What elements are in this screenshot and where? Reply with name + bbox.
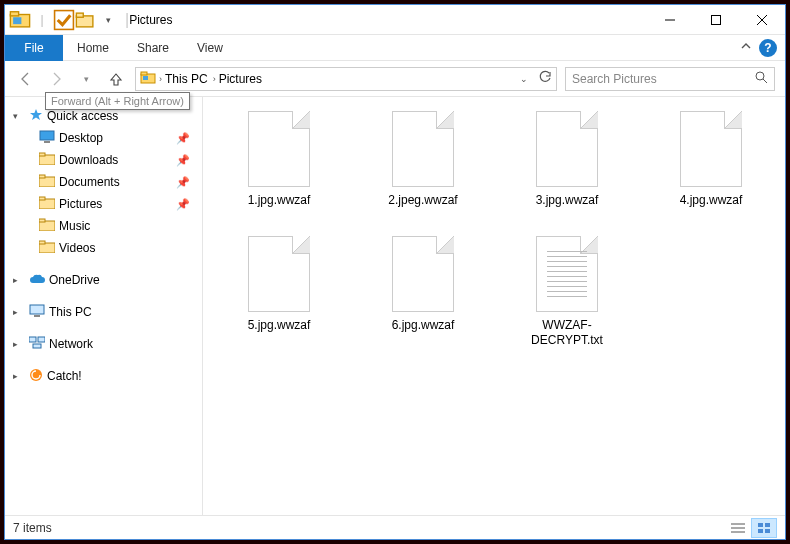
file-icon	[392, 236, 454, 312]
svg-rect-39	[765, 529, 770, 533]
file-item[interactable]: WWZAF-DECRYPT.txt	[519, 236, 615, 348]
network-icon	[29, 336, 45, 352]
sidebar-item-music[interactable]: Music	[5, 215, 202, 237]
file-icon	[680, 111, 742, 187]
chevron-right-icon[interactable]: ▸	[13, 371, 25, 381]
crumb-this-pc[interactable]: This PC	[165, 72, 208, 86]
svg-rect-36	[758, 523, 763, 527]
file-name: 1.jpg.wwzaf	[248, 193, 311, 208]
view-details-button[interactable]	[725, 518, 751, 538]
file-name: 4.jpg.wwzaf	[680, 193, 743, 208]
sidebar-item-label: Music	[59, 219, 90, 233]
up-button[interactable]	[105, 68, 127, 90]
file-tab[interactable]: File	[5, 35, 63, 61]
tab-share[interactable]: Share	[123, 41, 183, 55]
downloads-icon	[39, 152, 55, 168]
sidebar-item-label: Downloads	[59, 153, 118, 167]
refresh-icon[interactable]	[538, 70, 552, 87]
ribbon-collapse-icon[interactable]	[741, 41, 751, 55]
pin-icon: 📌	[176, 132, 190, 145]
address-bar-row: Forward (Alt + Right Arrow) ▾ › This PC›…	[5, 61, 785, 97]
file-name: 2.jpeg.wwzaf	[388, 193, 457, 208]
sidebar-item-videos[interactable]: Videos	[5, 237, 202, 259]
address-dropdown-icon[interactable]: ⌄	[520, 74, 528, 84]
chevron-right-icon[interactable]: ▸	[13, 275, 25, 285]
svg-rect-1	[10, 11, 18, 15]
back-button[interactable]	[15, 68, 37, 90]
svg-rect-28	[34, 315, 40, 317]
qat-dropdown-icon[interactable]: ▾	[97, 9, 119, 31]
navigation-pane: ▾ Quick access Desktop 📌 Downloads 📌 Doc…	[5, 97, 203, 515]
properties-icon[interactable]	[53, 9, 75, 31]
window-title: Pictures	[129, 13, 172, 27]
svg-rect-38	[758, 529, 763, 533]
address-bar[interactable]: › This PC› Pictures ⌄	[135, 67, 557, 91]
chevron-right-icon[interactable]: ›	[156, 74, 165, 84]
minimize-button[interactable]	[647, 5, 693, 35]
svg-rect-22	[39, 197, 45, 200]
music-icon	[39, 218, 55, 234]
tab-home[interactable]: Home	[63, 41, 123, 55]
close-button[interactable]	[739, 5, 785, 35]
sidebar-item-label: Catch!	[47, 369, 82, 383]
search-icon[interactable]	[755, 71, 768, 87]
svg-rect-27	[30, 305, 44, 314]
file-name: 5.jpg.wwzaf	[248, 318, 311, 333]
pin-icon: 📌	[176, 176, 190, 189]
file-item[interactable]: 5.jpg.wwzaf	[231, 236, 327, 348]
svg-rect-30	[38, 337, 45, 342]
file-item[interactable]: 6.jpg.wwzaf	[375, 236, 471, 348]
quick-access-label: Quick access	[47, 109, 118, 123]
sidebar-item-this-pc[interactable]: ▸ This PC	[5, 301, 202, 323]
file-icon	[536, 236, 598, 312]
onedrive-icon	[29, 273, 45, 288]
qat-divider: |	[31, 9, 53, 31]
new-folder-icon[interactable]	[75, 9, 97, 31]
svg-rect-7	[712, 15, 721, 24]
catch-icon	[29, 368, 43, 385]
pictures-icon	[39, 196, 55, 212]
svg-rect-26	[39, 241, 45, 244]
address-folder-icon	[140, 70, 156, 87]
file-item[interactable]: 1.jpg.wwzaf	[231, 111, 327, 208]
chevron-right-icon[interactable]: ▸	[13, 339, 25, 349]
svg-point-13	[756, 72, 764, 80]
maximize-button[interactable]	[693, 5, 739, 35]
desktop-icon	[39, 130, 55, 146]
sidebar-item-onedrive[interactable]: ▸ OneDrive	[5, 269, 202, 291]
chevron-right-icon[interactable]: ▸	[13, 307, 25, 317]
tab-view[interactable]: View	[183, 41, 237, 55]
svg-rect-24	[39, 219, 45, 222]
sidebar-item-documents[interactable]: Documents 📌	[5, 171, 202, 193]
view-icons-button[interactable]	[751, 518, 777, 538]
crumb-pictures[interactable]: Pictures	[219, 72, 262, 86]
forward-button[interactable]: Forward (Alt + Right Arrow)	[45, 68, 67, 90]
recent-dropdown-icon[interactable]: ▾	[75, 68, 97, 90]
file-item[interactable]: 2.jpeg.wwzaf	[375, 111, 471, 208]
file-item[interactable]: 4.jpg.wwzaf	[663, 111, 759, 208]
sidebar-item-network[interactable]: ▸ Network	[5, 333, 202, 355]
file-list[interactable]: 1.jpg.wwzaf 2.jpeg.wwzaf 3.jpg.wwzaf 4.j…	[203, 97, 785, 515]
sidebar-item-label: This PC	[49, 305, 92, 319]
ribbon: File Home Share View ?	[5, 35, 785, 61]
help-icon[interactable]: ?	[759, 39, 777, 57]
chevron-right-icon[interactable]: ›	[210, 74, 219, 84]
sidebar-item-catch-[interactable]: ▸ Catch!	[5, 365, 202, 387]
svg-rect-2	[13, 17, 21, 24]
file-name: 6.jpg.wwzaf	[392, 318, 455, 333]
sidebar-item-downloads[interactable]: Downloads 📌	[5, 149, 202, 171]
explorer-window: | ▾ | Pictures File Home Share View ?	[4, 4, 786, 540]
quick-access-toolbar: | ▾	[5, 9, 119, 31]
sidebar-item-label: Network	[49, 337, 93, 351]
breadcrumb: This PC›	[165, 72, 219, 86]
documents-icon	[39, 174, 55, 190]
sidebar-item-label: Desktop	[59, 131, 103, 145]
search-input[interactable]: Search Pictures	[565, 67, 775, 91]
svg-rect-15	[40, 131, 54, 140]
sidebar-item-pictures[interactable]: Pictures 📌	[5, 193, 202, 215]
chevron-down-icon[interactable]: ▾	[13, 111, 25, 121]
sidebar-item-desktop[interactable]: Desktop 📌	[5, 127, 202, 149]
file-item[interactable]: 3.jpg.wwzaf	[519, 111, 615, 208]
item-count: 7 items	[13, 521, 52, 535]
svg-rect-16	[44, 141, 50, 143]
